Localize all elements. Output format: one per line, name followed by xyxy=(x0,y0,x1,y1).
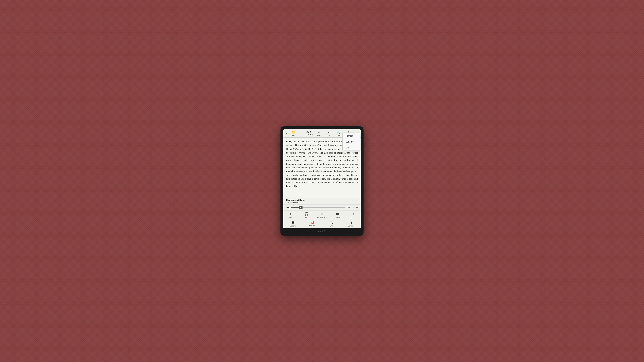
more-dropdown-menu: Refresh Settings Dict xyxy=(342,133,360,151)
progress-track[interactable] xyxy=(291,207,346,208)
progress-bar-area: ⏮ ⏭ 21/390 xyxy=(283,204,361,211)
style-button[interactable]: 𝐀 Style xyxy=(322,220,341,227)
contrast-label: Contrast xyxy=(348,225,354,227)
redo-label: Redo xyxy=(351,216,355,218)
search-icon: 🔍 xyxy=(337,131,340,134)
progress-filled xyxy=(291,207,299,208)
undo-label: Undo xyxy=(289,216,293,218)
page-count: 21/390 xyxy=(352,207,358,209)
progress-icon: 📊 xyxy=(310,221,314,224)
preview-label: Preview xyxy=(334,216,340,218)
go-to-start-button[interactable]: ⏮ xyxy=(286,206,290,209)
book-footer: Hinduism and Nature 1. Introduction xyxy=(283,198,361,204)
ai-label: AI Assistant xyxy=(304,134,313,136)
auto-page-turn-icon: 📖 xyxy=(320,212,324,216)
boox-logo-text: BOOX xyxy=(318,230,326,232)
share-label: Share xyxy=(316,134,321,136)
boox-brand: BOOX xyxy=(283,228,361,233)
share-icon: ↗ xyxy=(318,131,320,134)
contrast-icon: ◑ xyxy=(350,221,352,225)
tts-label: TTS xyxy=(305,216,308,218)
ai-icon: Ai✦ xyxy=(306,131,311,134)
dropdown-settings[interactable]: Settings xyxy=(342,139,360,145)
tts-button[interactable]: 🎧 TTS xyxy=(299,212,314,219)
bottom-toolbar-1: ↩ Undo 🎧 TTS 📖 Auto Page-turn ⊞ Preview … xyxy=(283,211,361,219)
sync-label: Sync xyxy=(327,134,330,136)
style-icon: 𝐀 xyxy=(330,221,333,225)
share-button[interactable]: ↗ Share xyxy=(314,130,324,136)
tts-icon: 🎧 xyxy=(304,212,309,216)
auto-page-turn-label: Auto Page-turn xyxy=(316,216,327,218)
ai-assistant-button[interactable]: Ai✦ AI Assistant xyxy=(304,130,314,136)
redo-button[interactable]: ↪ Redo xyxy=(345,212,361,219)
doc-icon: 📁 xyxy=(291,131,295,134)
doc-label: Doc xyxy=(292,134,294,136)
search-button[interactable]: 🔍 Search xyxy=(334,130,344,136)
book-chapter: 1. Introduction xyxy=(286,201,358,204)
device-screen: ‹ 📁 Doc Ai✦ AI Assistant ↗ Share ☁ Sync xyxy=(283,129,361,228)
undo-button[interactable]: ↩ Undo xyxy=(283,212,299,219)
preview-icon: ⊞ xyxy=(336,212,339,216)
sync-button[interactable]: ☁ Sync xyxy=(324,130,334,136)
progress-thumb[interactable] xyxy=(299,206,302,209)
device-frame: ‹ 📁 Doc Ai✦ AI Assistant ↗ Share ☁ Sync xyxy=(280,126,364,236)
contents-icon: ☰ xyxy=(292,221,295,225)
contents-label: Contents xyxy=(290,225,296,227)
bottom-toolbar-2: ☰ Contents 📊 Progress 𝐀 Style ◑ Contrast xyxy=(283,219,361,228)
preview-button[interactable]: ⊞ Preview xyxy=(330,212,345,219)
auto-page-turn-button[interactable]: 📖 Auto Page-turn xyxy=(314,212,330,219)
sync-icon: ☁ xyxy=(327,131,330,134)
redo-icon: ↪ xyxy=(352,212,354,216)
contents-button[interactable]: ☰ Contents xyxy=(283,220,303,227)
progress-button[interactable]: 📊 Progress xyxy=(303,220,322,227)
search-label: Search xyxy=(336,134,341,136)
dropdown-dict[interactable]: Dict xyxy=(342,145,360,150)
contrast-button[interactable]: ◑ Contrast xyxy=(341,220,361,227)
top-toolbar: ‹ 📁 Doc Ai✦ AI Assistant ↗ Share ☁ Sync xyxy=(283,129,361,138)
style-label: Style xyxy=(330,225,333,227)
back-button[interactable]: ‹ xyxy=(284,132,289,135)
doc-button[interactable]: 📁 Doc xyxy=(289,131,297,136)
progress-label: Progress xyxy=(309,225,316,226)
go-to-end-button[interactable]: ⏭ xyxy=(347,206,351,209)
dropdown-refresh[interactable]: Refresh xyxy=(342,133,360,139)
book-title: Hinduism and Nature xyxy=(286,199,358,201)
undo-icon: ↩ xyxy=(290,212,292,216)
